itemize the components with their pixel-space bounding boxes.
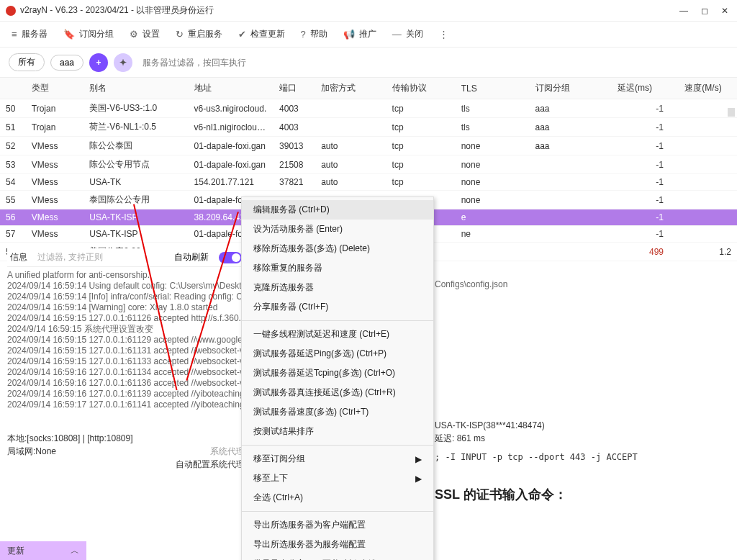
check-icon: ✔ [238,29,246,40]
menu-separator [242,511,433,512]
menu-export-client[interactable]: 导出所选服务器为客户端配置 [242,515,433,535]
col-port[interactable]: 端口 [273,78,315,99]
table-row[interactable]: 51Trojan荷兰-V6-NL1-:0.5v6-nl1.nigirocloud… [0,118,737,137]
auto-refresh-toggle[interactable] [219,252,242,263]
sysproxy-label: 系统代理 [99,445,245,458]
menu-move-updown[interactable]: 移至上下▶ [242,469,433,488]
col-sub[interactable]: 订阅分组 [530,78,600,99]
menu-remove[interactable]: 移除所选服务器(多选) (Delete) [242,239,433,258]
menu-share[interactable]: 分享服务器 (Ctrl+F) [242,297,433,317]
lan-status: 局域网:None [7,445,56,471]
menu-move-sub[interactable]: 移至订阅分组▶ [242,449,433,469]
expand-button[interactable]: ✦ [114,53,132,72]
tag-icon: 🔖 [63,29,75,40]
more-icon: ⋮ [439,29,448,40]
table-row[interactable]: 50Trojan美国-V6-US3-:1.0v6-us3.nigirocloud… [0,99,737,118]
bottom-bar[interactable]: 更新 ︿ [0,541,86,560]
filter-aaa[interactable]: aaa [50,55,83,71]
menu-test-tcping[interactable]: 测试服务器延迟Tcping(多选) (Ctrl+O) [242,363,433,383]
minimize-button[interactable]: — [679,6,688,16]
menu-edit-server[interactable]: 编辑服务器 (Ctrl+D) [242,200,433,220]
table-header-row: 类型 别名 地址 端口 加密方式 传输协议 TLS 订阅分组 延迟(ms) 速度… [0,78,737,99]
speaker-icon: 📢 [343,29,355,40]
local-ports: 本地:[socks:10808] | [http:10809] [7,432,245,445]
background-heading: SSL 的证书输入命令： [435,486,567,503]
sysproxy-value: 自动配置系统代理 [99,458,245,471]
table-row[interactable]: 53VMess陈公公专用节点01-dapale-foxi.gan21508aut… [0,155,737,174]
menu-test-ping[interactable]: 测试服务器延迟Ping(多选) (Ctrl+P) [242,344,433,363]
col-addr[interactable]: 地址 [189,78,273,99]
menu-clone[interactable]: 克隆所选服务器 [242,278,433,297]
app-icon [6,6,16,16]
minus-icon: — [392,29,402,40]
menu-export-server[interactable]: 导出所选服务器为服务端配置 [242,535,433,554]
titlebar: v2rayN - V6.23 - 2023/04/21 - 以非管理员身份运行 … [0,0,737,22]
add-button[interactable]: + [89,53,108,72]
toolbar-help[interactable]: ?帮助 [301,28,327,40]
menu-test-speed[interactable]: 测试服务器速度(多选) (Ctrl+T) [242,402,433,422]
log-filter-hint[interactable]: 过滤器, 支持正则 [37,251,164,263]
col-index[interactable] [0,78,26,99]
menu-test-all[interactable]: 一键多线程测试延迟和速度 (Ctrl+E) [242,325,433,344]
toolbar-settings[interactable]: ⚙设置 [130,28,160,40]
menu-remove-dup[interactable]: 移除重复的服务器 [242,258,433,278]
list-icon: ≡ [12,29,17,40]
menu-export-url[interactable]: 批量导出分享URL至剪贴板(多选) (Ctrl+C) [242,554,433,560]
server-filter-input[interactable] [138,55,297,71]
close-button[interactable]: ✕ [721,6,728,16]
toolbar-restart[interactable]: ↻重启服务 [176,28,222,40]
gear-icon: ⚙ [130,29,138,40]
background-text: Configs\config.json [435,279,507,290]
maximize-button[interactable]: ◻ [701,6,708,16]
window-buttons: — ◻ ✕ [679,6,731,16]
toolbar-promo[interactable]: 📢推广 [343,28,376,40]
toolbar-servers[interactable]: ≡服务器 [12,28,48,40]
col-speed[interactable]: 速度(M/s) [669,78,737,99]
toolbar-update[interactable]: ✔检查更新 [238,28,285,40]
log-lines: A unified platform for anti-censorship.2… [7,267,245,410]
refresh-icon: ↻ [176,29,184,40]
col-type[interactable]: 类型 [26,78,83,99]
col-alias[interactable]: 别名 [83,78,188,99]
filterbar: 所有 aaa + ✦ [0,48,737,78]
menu-separator [242,320,433,321]
toolbar: ≡服务器 🔖订阅分组 ⚙设置 ↻重启服务 ✔检查更新 ?帮助 📢推广 —关闭 ⋮ [0,22,737,48]
menu-set-active[interactable]: 设为活动服务器 (Enter) [242,220,433,239]
col-enc[interactable]: 加密方式 [315,78,386,99]
log-panel: 信息 过滤器, 支持正则 自动刷新 A unified platform for… [7,248,245,471]
col-tls[interactable]: TLS [456,78,530,99]
col-delay[interactable]: 延迟(ms) [600,78,669,99]
menu-test-realping[interactable]: 测试服务器真连接延迟(多选) (Ctrl+R) [242,383,433,402]
update-label: 更新 [7,545,24,557]
window-title: v2rayN - V6.23 - 2023/04/21 - 以非管理员身份运行 [20,4,679,17]
toolbar-subgroup[interactable]: 🔖订阅分组 [63,28,114,40]
toolbar-more[interactable]: ⋮ [439,29,448,40]
context-menu: 编辑服务器 (Ctrl+D) 设为活动服务器 (Enter) 移除所选服务器(多… [241,197,434,560]
menu-separator [242,445,433,446]
chevron-up-icon[interactable]: ︿ [71,545,79,557]
log-info-label: 信息 [10,251,27,263]
filter-all[interactable]: 所有 [9,53,45,71]
menu-sort[interactable]: 按测试结果排序 [242,422,433,441]
table-row[interactable]: 52VMess陈公公泰国01-dapale-foxi.gan39013autot… [0,137,737,155]
col-proto[interactable]: 传输协议 [386,78,456,99]
scrollbar-thumb[interactable] [728,108,735,117]
toolbar-close[interactable]: —关闭 [392,28,423,40]
background-status: USA-TK-ISP(38***41:48474) 延迟: 861 ms ; -… [435,419,638,464]
help-icon: ? [301,29,306,40]
menu-select-all[interactable]: 全选 (Ctrl+A) [242,488,433,507]
table-row[interactable]: 54VMessUSA-TK154.201.77.12137821autotcpn… [0,174,737,191]
auto-refresh-label: 自动刷新 [174,251,209,263]
